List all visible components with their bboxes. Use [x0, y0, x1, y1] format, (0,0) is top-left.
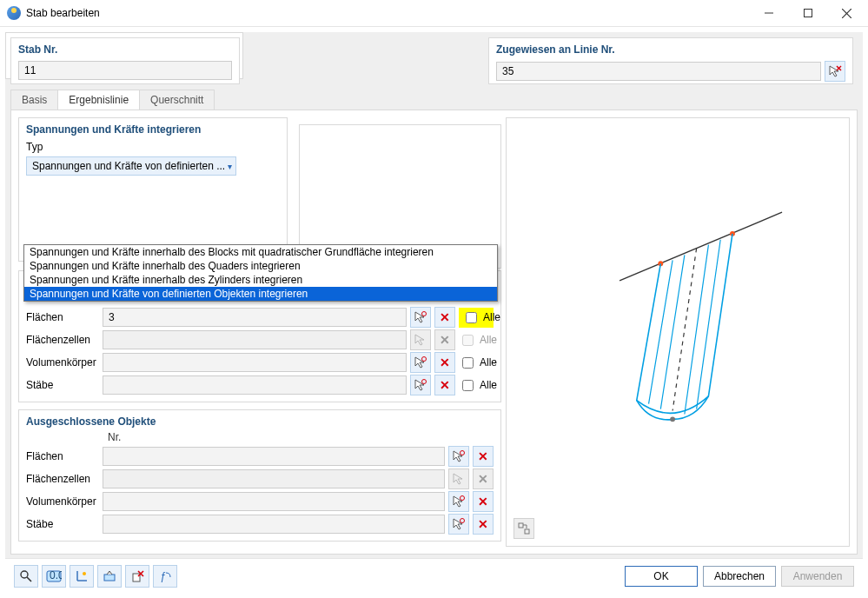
- minimize-button[interactable]: [749, 0, 788, 26]
- stab-nr-label: Stab Nr.: [18, 43, 232, 56]
- type-option-quader[interactable]: Spannungen und Kräfte innerhalb des Quad…: [24, 259, 497, 273]
- svg-rect-1: [804, 10, 812, 17]
- tab-basis[interactable]: Basis: [10, 90, 58, 110]
- x-icon: ✕: [478, 517, 488, 531]
- ok-button[interactable]: OK: [625, 566, 698, 587]
- type-option-block[interactable]: Spannungen und Kräfte innerhalb des Bloc…: [24, 245, 497, 259]
- pick-line-button[interactable]: [825, 61, 845, 82]
- maximize-button[interactable]: [788, 0, 827, 26]
- exclude-solids-label: Volumenkörper: [26, 495, 99, 508]
- pick-cells-button: [410, 329, 431, 350]
- type-option-zylinder[interactable]: Spannungen und Kräfte innerhalb des Zyli…: [24, 273, 497, 287]
- pick-exclude-solids-button[interactable]: [448, 491, 469, 512]
- tab-querschnitt[interactable]: Querschnitt: [139, 90, 215, 110]
- units-button[interactable]: 0.00: [42, 565, 66, 588]
- tab-bar: Basis Ergebnislinie Querschnitt: [10, 90, 214, 110]
- include-solids-input[interactable]: [103, 353, 407, 372]
- exclude-solids-input[interactable]: [103, 492, 445, 511]
- svg-marker-14: [454, 451, 462, 462]
- include-members-all-label: Alle: [480, 379, 497, 391]
- preview-panel[interactable]: [506, 117, 850, 547]
- apply-button: Anwenden: [781, 566, 854, 587]
- assigned-label: Zugewiesen an Linie Nr.: [496, 43, 845, 56]
- x-icon: ✕: [478, 449, 488, 463]
- pick-members-button[interactable]: [410, 375, 431, 395]
- svg-point-8: [422, 312, 427, 316]
- include-members-label: Stäbe: [26, 379, 99, 391]
- tab-ergebnislinie[interactable]: Ergebnislinie: [57, 90, 140, 110]
- svg-marker-4: [830, 66, 838, 76]
- preview-settings-button[interactable]: [514, 518, 534, 539]
- include-members-input[interactable]: [103, 375, 407, 395]
- svg-marker-12: [415, 380, 424, 390]
- stab-nr-input[interactable]: [18, 61, 232, 80]
- clear-surfaces-button[interactable]: ✕: [434, 307, 455, 328]
- svg-line-21: [620, 212, 782, 281]
- svg-marker-10: [415, 357, 424, 368]
- include-cells-all-label: Alle: [480, 334, 497, 346]
- axes-button[interactable]: [70, 565, 94, 588]
- svg-marker-16: [454, 474, 462, 484]
- clear-exclude-solids-button[interactable]: ✕: [473, 491, 494, 512]
- pick-exclude-cells-button: [448, 468, 469, 489]
- clear-members-button[interactable]: ✕: [434, 375, 455, 395]
- exclude-surfaces-input[interactable]: [103, 447, 445, 466]
- svg-point-32: [21, 571, 28, 578]
- exclude-members-input[interactable]: [103, 515, 445, 534]
- close-button[interactable]: [827, 0, 866, 26]
- svg-point-15: [461, 451, 465, 455]
- type-combobox[interactable]: Spannungen und Kräfte von definierten ..…: [26, 156, 236, 176]
- function-button[interactable]: ƒ: [153, 565, 177, 588]
- pick-exclude-members-button[interactable]: [448, 514, 469, 535]
- cancel-button[interactable]: Abbrechen: [703, 566, 776, 587]
- app-icon: [7, 6, 21, 20]
- include-surfaces-all-checkbox[interactable]: [466, 312, 477, 323]
- pick-solids-button[interactable]: [410, 352, 431, 373]
- include-solids-label: Volumenkörper: [26, 356, 99, 369]
- include-solids-all-checkbox[interactable]: [462, 357, 474, 369]
- exclude-row-members: Stäbe ✕: [26, 513, 494, 535]
- svg-rect-30: [519, 523, 523, 528]
- svg-line-25: [649, 260, 673, 403]
- integrate-panel-title: Spannungen und Kräfte integrieren: [26, 123, 280, 136]
- svg-point-29: [670, 416, 675, 422]
- help-button[interactable]: [14, 565, 38, 588]
- delete-display-button[interactable]: [125, 565, 149, 588]
- x-icon: ✕: [440, 333, 450, 347]
- type-dropdown[interactable]: Spannungen und Kräfte innerhalb des Bloc…: [23, 244, 498, 302]
- dialog-footer: 0.00 ƒ OK Abbrechen Anwenden: [5, 558, 863, 593]
- include-surfaces-all-label: Alle: [483, 311, 500, 323]
- view-button[interactable]: [97, 565, 122, 588]
- svg-point-11: [422, 357, 427, 362]
- svg-line-26: [660, 255, 685, 409]
- include-members-all-checkbox[interactable]: [462, 380, 474, 391]
- type-combobox-value: Spannungen und Kräfte von definierten ..…: [32, 160, 228, 172]
- svg-text:0.00: 0.00: [50, 570, 62, 581]
- include-cells-all-checkbox: [462, 335, 474, 346]
- svg-line-27: [685, 245, 709, 415]
- exclude-row-surfaces: Flächen ✕: [26, 445, 494, 468]
- exclude-panel-title: Ausgeschlossene Objekte: [26, 415, 494, 428]
- x-icon: ✕: [478, 495, 488, 508]
- pick-exclude-surfaces-button[interactable]: [448, 446, 469, 467]
- svg-point-18: [461, 496, 465, 501]
- pick-surfaces-button[interactable]: [410, 307, 431, 328]
- x-icon: ✕: [440, 310, 450, 324]
- include-cells-label: Flächenzellen: [26, 334, 99, 346]
- clear-exclude-surfaces-button[interactable]: ✕: [473, 446, 494, 467]
- svg-marker-19: [454, 519, 462, 529]
- exclude-members-label: Stäbe: [26, 518, 99, 530]
- type-option-definierte-objekte[interactable]: Spannungen und Kräfte von definierten Ob…: [24, 287, 497, 301]
- x-icon: ✕: [440, 378, 450, 392]
- include-row-solids: Volumenkörper ✕ Alle: [26, 351, 494, 374]
- svg-marker-7: [415, 312, 424, 322]
- clear-solids-button[interactable]: ✕: [434, 352, 455, 373]
- assigned-line-input[interactable]: [496, 62, 821, 81]
- window-title: Stab bearbeiten: [26, 7, 749, 19]
- include-surfaces-label: Flächen: [26, 311, 99, 323]
- svg-point-20: [461, 519, 465, 523]
- exclude-row-cells: Flächenzellen ✕: [26, 468, 494, 490]
- svg-line-33: [27, 577, 31, 581]
- clear-exclude-members-button[interactable]: ✕: [473, 514, 494, 535]
- include-surfaces-input[interactable]: [103, 308, 407, 327]
